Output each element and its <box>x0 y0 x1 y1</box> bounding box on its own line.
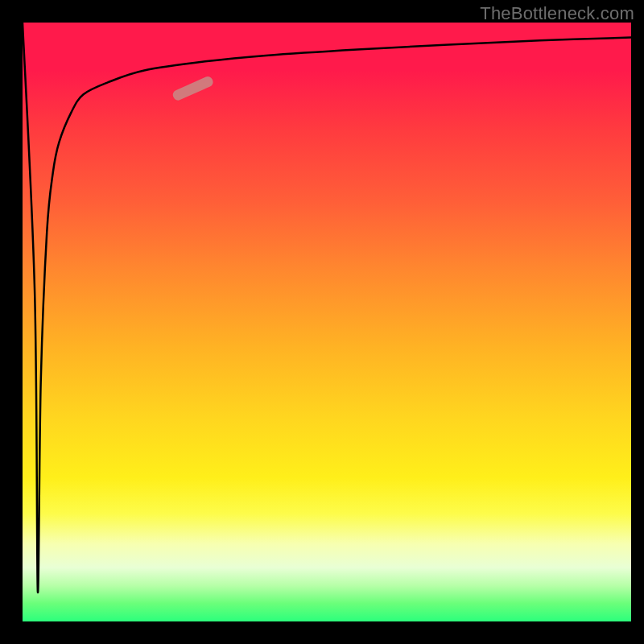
highlight-marker <box>171 75 215 101</box>
curve-layer <box>23 23 631 621</box>
bottleneck-curve <box>23 23 631 592</box>
watermark-text: TheBottleneck.com <box>480 3 634 24</box>
chart-stage: TheBottleneck.com <box>0 0 644 644</box>
